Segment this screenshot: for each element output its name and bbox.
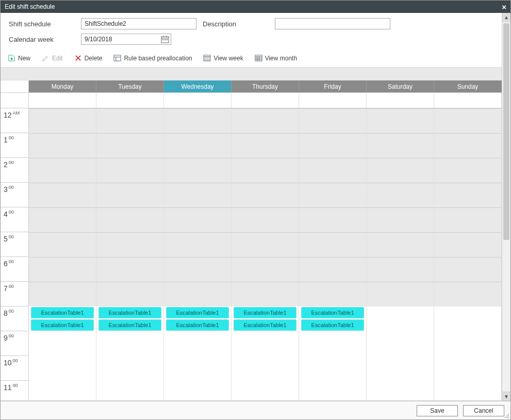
scroll-thumb[interactable] [503,23,509,240]
time-slot: 500 [1,232,28,257]
save-button[interactable]: Save [417,405,458,416]
date-wrap [81,34,171,45]
time-slot: 200 [1,158,28,183]
allday-row [1,93,502,108]
view-week-label: View week [213,55,243,62]
rule-label: Rule based preallocation [124,55,192,62]
time-slot: 400 [1,207,28,232]
time-slot: 100 [1,133,28,158]
shift-event[interactable]: EscalationTable1 [98,307,161,318]
delete-icon [74,54,82,62]
day-column-saturday[interactable] [367,108,434,400]
day-head-tuesday[interactable]: Tuesday [96,80,164,92]
time-label: 100 [4,135,14,144]
svg-rect-6 [167,39,168,40]
calendar-week-input[interactable] [81,34,171,45]
shift-name-input[interactable] [81,18,196,29]
rule-icon [113,54,121,62]
time-slot: 800 [1,306,28,331]
edit-button[interactable]: Edit [42,54,63,62]
titlebar: Edit shift schedule × [1,1,510,13]
time-label: 900 [4,333,14,342]
grid-body: 12AM10020030040050060070080090010001100 … [1,108,502,400]
close-icon[interactable]: × [502,3,506,11]
day-head-thursday[interactable]: Thursday [232,80,299,92]
day-head-saturday[interactable]: Saturday [367,80,434,92]
scroll-down-icon[interactable]: ▼ [502,392,510,400]
shift-event[interactable]: EscalationTable1 [98,319,161,331]
scroll-up-icon[interactable]: ▲ [502,13,510,22]
svg-point-26 [508,417,509,418]
new-label: New [18,55,30,62]
svg-point-25 [506,417,507,418]
footer: Save Cancel [1,401,510,419]
delete-label: Delete [85,55,103,62]
form-row-week: Calendar week [9,34,493,45]
day-column-sunday[interactable] [434,108,502,400]
day-head-wednesday[interactable]: Wednesday [164,80,232,92]
edit-shift-window: Edit shift schedule × Shift schedule Des… [0,0,511,420]
time-slot: 12AM [1,108,28,133]
day-column-monday[interactable]: EscalationTable1EscalationTable1 [29,108,96,400]
time-slot: 1100 [1,381,28,400]
shift-event[interactable]: EscalationTable1 [301,307,364,318]
time-label: 600 [4,259,14,268]
time-slot: 300 [1,183,28,207]
svg-rect-4 [162,39,163,40]
delete-button[interactable]: Delete [74,54,103,62]
allday-col[interactable] [232,93,299,108]
shift-label: Shift schedule [9,20,81,28]
allday-col[interactable] [299,93,367,108]
allday-col[interactable] [367,93,434,108]
shift-event[interactable]: EscalationTable1 [31,307,94,318]
day-head-sunday[interactable]: Sunday [434,80,502,92]
description-input[interactable] [275,18,390,29]
time-label: 200 [4,160,14,169]
svg-point-21 [508,414,509,415]
cancel-button[interactable]: Cancel [463,405,504,416]
time-label: 500 [4,234,14,243]
time-label: 1000 [4,358,18,367]
day-column-tuesday[interactable]: EscalationTable1EscalationTable1 [96,108,164,400]
shift-event[interactable]: EscalationTable1 [234,307,296,318]
time-label: 400 [4,209,14,218]
allday-col[interactable] [164,93,232,108]
shift-event[interactable]: EscalationTable1 [301,319,364,331]
shift-event[interactable]: EscalationTable1 [234,319,296,331]
time-slot: 900 [1,331,28,356]
allday-col[interactable] [96,93,164,108]
view-month-label: View month [265,55,297,62]
time-gutter: 12AM10020030040050060070080090010001100 [1,108,29,400]
toolbar: New Edit Delete Rule based preallocation… [1,52,502,67]
shift-event[interactable]: EscalationTable1 [166,319,229,331]
svg-point-22 [506,415,507,416]
day-column-wednesday[interactable]: EscalationTable1EscalationTable1 [164,108,232,400]
svg-point-24 [505,417,506,418]
edit-label: Edit [52,55,63,62]
svg-rect-7 [114,55,121,61]
time-label: 700 [4,284,14,293]
allday-col[interactable] [29,93,96,108]
vertical-scrollbar[interactable]: ▲ ▼ [502,13,510,400]
body: Shift schedule Description Calendar week [1,13,510,401]
view-week-button[interactable]: View week [203,54,243,62]
allday-col[interactable] [434,93,502,108]
calendar-icon[interactable] [161,35,169,43]
resize-grip-icon[interactable] [503,412,509,418]
shift-event[interactable]: EscalationTable1 [166,307,229,318]
view-month-button[interactable]: View month [255,54,297,62]
new-button[interactable]: New [8,54,30,62]
time-label: 800 [4,309,14,317]
time-slot: 700 [1,282,28,306]
day-head-monday[interactable]: Monday [29,80,96,92]
shift-event[interactable]: EscalationTable1 [31,319,94,331]
days-area: EscalationTable1EscalationTable1Escalati… [29,108,502,400]
grid-scroll[interactable]: 12AM10020030040050060070080090010001100 … [1,108,502,400]
calendar: MondayTuesdayWednesdayThursdayFridaySatu… [1,80,502,400]
day-column-thursday[interactable]: EscalationTable1EscalationTable1 [232,108,299,400]
day-head-friday[interactable]: Friday [299,80,367,92]
form-row-shift: Shift schedule Description [9,18,493,29]
day-column-friday[interactable]: EscalationTable1EscalationTable1 [299,108,367,400]
rule-preallocation-button[interactable]: Rule based preallocation [113,54,192,62]
window-title: Edit shift schedule [5,3,55,10]
